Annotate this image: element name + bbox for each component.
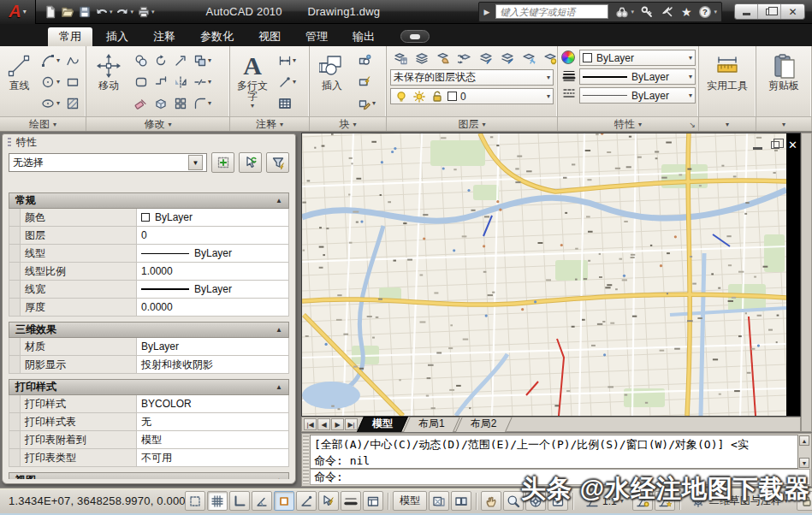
- ribbon-tab-插入[interactable]: 插入: [95, 27, 139, 46]
- panel-label-clipboard[interactable]: ▾: [756, 116, 811, 131]
- panel-label-block[interactable]: 块▾: [310, 116, 386, 131]
- property-value[interactable]: 模型: [137, 431, 288, 448]
- linetype-dropdown[interactable]: ByLayer▾: [579, 87, 696, 104]
- polyline-tool-button[interactable]: [62, 51, 82, 69]
- rotate-tool-button[interactable]: [151, 51, 170, 69]
- selection-dropdown-arrow-icon[interactable]: ▼: [188, 155, 203, 170]
- break-tool-button[interactable]: ▾: [190, 73, 214, 91]
- mtext-tool-button[interactable]: A 多行文字 ▾: [234, 50, 271, 110]
- create-block-button[interactable]: [354, 51, 378, 69]
- paste-button[interactable]: 剪贴板: [760, 50, 808, 92]
- property-value[interactable]: 0: [137, 227, 288, 244]
- property-value[interactable]: BYCOLOR: [137, 395, 288, 412]
- layout-tab-布局1[interactable]: 布局1: [406, 417, 457, 432]
- panel-label-annotation[interactable]: 注释▾: [230, 116, 309, 131]
- redo-button[interactable]: [116, 4, 130, 19]
- palette-section-header-视图[interactable]: 视图▲: [9, 472, 289, 479]
- quick-select-button[interactable]: [266, 152, 289, 173]
- layer-properties-button[interactable]: [390, 49, 410, 67]
- leader-tool-button[interactable]: ▾: [275, 73, 299, 91]
- new-file-button[interactable]: [43, 4, 57, 19]
- osnap-toggle-button[interactable]: [274, 491, 294, 511]
- ribbon-tab-常用[interactable]: 常用: [48, 27, 92, 46]
- polar-toggle-button[interactable]: [252, 491, 272, 511]
- layer-off-button[interactable]: [540, 49, 560, 67]
- property-value[interactable]: 1.0000: [137, 263, 288, 280]
- ribbon-minimize-button[interactable]: [400, 30, 430, 43]
- toolbar-lock-button[interactable]: [797, 491, 812, 511]
- annotation-autoscale-button[interactable]: [655, 491, 675, 511]
- next-layout-button[interactable]: ▶: [331, 418, 344, 430]
- steering-wheel-button[interactable]: [525, 491, 546, 511]
- close-button[interactable]: ✕: [781, 4, 804, 19]
- annotation-visibility-button[interactable]: [632, 491, 653, 511]
- insert-block-button[interactable]: 插入: [313, 50, 351, 92]
- first-layout-button[interactable]: |◀: [304, 418, 317, 430]
- grid-toggle-button[interactable]: [207, 491, 228, 511]
- layer-stack-button[interactable]: [412, 49, 431, 67]
- select-objects-button[interactable]: [239, 152, 262, 173]
- palette-section-header-打印样式[interactable]: 打印样式▲: [9, 379, 289, 395]
- viewport-close-icon[interactable]: ✕: [788, 139, 797, 151]
- panel-label-modify[interactable]: 修改▾: [86, 116, 229, 131]
- command-window-grip[interactable]: [303, 435, 309, 484]
- measure-tool-button[interactable]: 实用工具: [702, 50, 752, 92]
- command-input[interactable]: 命令:: [310, 469, 810, 485]
- communication-center-icon[interactable]: [661, 4, 675, 19]
- search-dropdown-icon[interactable]: ▾: [631, 9, 634, 15]
- trim-tool-button[interactable]: [170, 51, 190, 69]
- color-dropdown[interactable]: ByLayer▾: [579, 50, 696, 66]
- property-value[interactable]: ByLayer: [137, 245, 288, 262]
- collapse-section-icon[interactable]: ▲: [276, 477, 282, 479]
- workspace-switcher[interactable]: 二维草图与注释▾: [685, 491, 795, 511]
- otrack-toggle-button[interactable]: [296, 491, 317, 511]
- collapse-section-icon[interactable]: ▲: [276, 197, 282, 204]
- move-tool-button[interactable]: 移动: [90, 50, 127, 92]
- help-dropdown-icon[interactable]: ▾: [714, 9, 717, 15]
- quick-view-drawings-button[interactable]: [451, 491, 471, 511]
- search-input[interactable]: [495, 4, 608, 19]
- circle-tool-button[interactable]: ▾: [39, 73, 62, 91]
- scale-tool-button[interactable]: [131, 73, 151, 91]
- layer-dropdown[interactable]: 0▾: [390, 88, 554, 104]
- line-tool-button[interactable]: 直线: [3, 50, 35, 92]
- prev-layout-button[interactable]: ◀: [317, 418, 330, 430]
- property-value[interactable]: ByLayer: [137, 281, 288, 298]
- open-file-button[interactable]: [60, 4, 74, 19]
- table-tool-button[interactable]: [275, 94, 299, 112]
- show-motion-button[interactable]: [548, 491, 568, 511]
- snap-toggle-button[interactable]: [185, 491, 205, 511]
- favorites-star-icon[interactable]: ★: [681, 6, 692, 18]
- layer-make-current-button[interactable]: [433, 49, 453, 67]
- palette-section-header-常规[interactable]: 常规▲: [9, 192, 289, 209]
- rectangle-tool-button[interactable]: [62, 73, 82, 91]
- layer-isolate-button[interactable]: [476, 49, 495, 67]
- palette-title-bar[interactable]: 特性: [3, 134, 295, 151]
- restore-button[interactable]: [758, 4, 781, 19]
- save-button[interactable]: [77, 4, 92, 19]
- properties-dialog-launcher[interactable]: ↘: [689, 121, 696, 129]
- panel-label-utilities[interactable]: ▾: [699, 116, 756, 131]
- ribbon-tab-视图[interactable]: 视图: [247, 27, 292, 46]
- quick-properties-toggle-button[interactable]: [363, 491, 383, 511]
- last-layout-button[interactable]: ▶|: [345, 418, 358, 430]
- lineweight-toggle-button[interactable]: [341, 491, 361, 511]
- hatch-tool-button[interactable]: [62, 94, 82, 112]
- annotation-scale-button[interactable]: 1:1▾: [578, 491, 631, 511]
- plot-button[interactable]: [136, 4, 151, 19]
- application-menu-button[interactable]: A ▾: [0, 0, 36, 24]
- color-wheel-icon[interactable]: [561, 50, 575, 64]
- offset-tool-button[interactable]: [151, 73, 170, 91]
- dynamic-input-toggle-button[interactable]: [318, 491, 339, 511]
- layer-unisolate-button[interactable]: [497, 49, 517, 67]
- zoom-button[interactable]: [503, 491, 524, 511]
- subscription-key-icon[interactable]: [640, 4, 655, 19]
- panel-label-layers[interactable]: 图层▾: [387, 116, 557, 131]
- palette-section-header-三维效果[interactable]: 三维效果▲: [9, 322, 289, 338]
- property-value[interactable]: 无: [137, 413, 288, 430]
- command-scrollbar[interactable]: ▲ ▼: [797, 435, 810, 469]
- copy-tool-button[interactable]: [131, 51, 151, 69]
- ellipse-tool-button[interactable]: ▾: [39, 94, 62, 112]
- ribbon-tab-管理[interactable]: 管理: [294, 27, 339, 46]
- command-history[interactable]: [全部(A)/中心(C)/动态(D)/范围(E)/上一个(P)/比例(S)/窗口…: [310, 435, 810, 469]
